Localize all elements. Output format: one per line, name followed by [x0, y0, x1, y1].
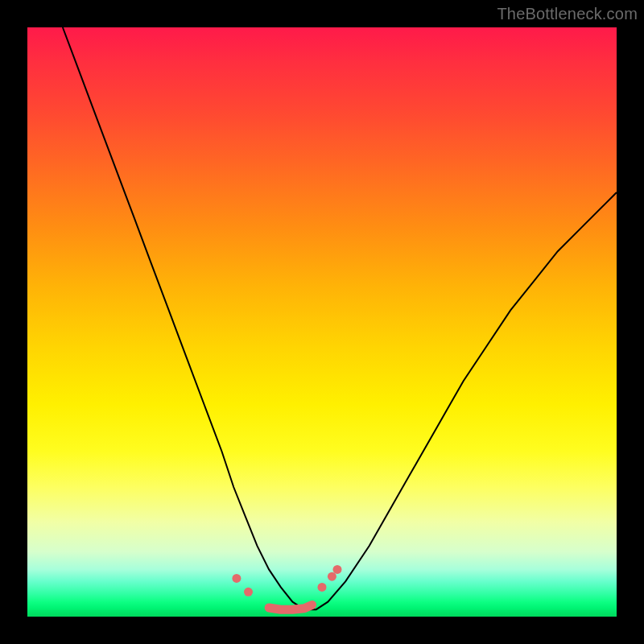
svg-point-0	[232, 574, 241, 583]
svg-point-1	[244, 588, 253, 597]
bottleneck-curve	[63, 27, 617, 609]
svg-point-2	[318, 583, 327, 592]
chart-stage: TheBottleneck.com	[0, 0, 644, 644]
svg-point-4	[333, 565, 342, 574]
watermark-text: TheBottleneck.com	[497, 5, 638, 23]
svg-point-3	[328, 572, 336, 581]
plot-area	[27, 27, 617, 617]
curve-svg	[27, 27, 617, 617]
